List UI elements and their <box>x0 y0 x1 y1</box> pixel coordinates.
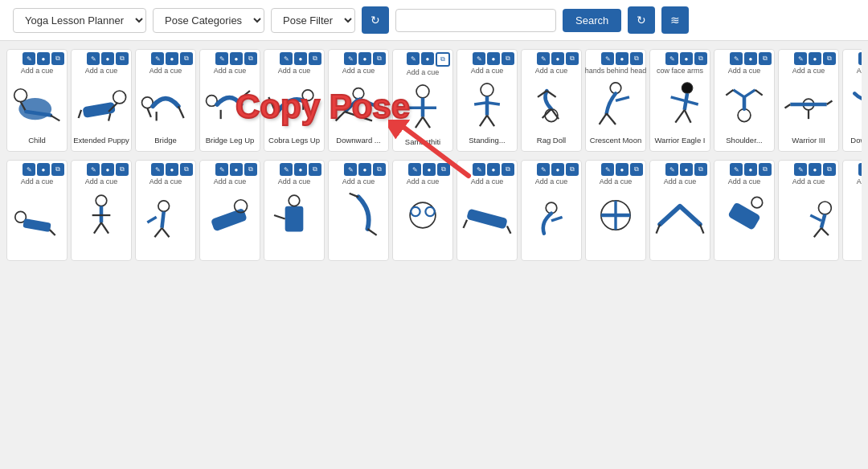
edit-icon-btn[interactable]: ✎ <box>665 52 678 65</box>
eye-icon-btn[interactable]: ● <box>294 52 307 65</box>
edit-icon-btn[interactable]: ✎ <box>280 163 293 176</box>
pose-card-warrior3[interactable]: ✎ ● ⧉ Add a cue Warrior III <box>778 49 839 152</box>
pose-card-r2-11[interactable]: ✎●⧉ Add a cue <box>649 160 710 261</box>
pose-card-r2-6[interactable]: ✎●⧉ Add a cue <box>328 160 389 261</box>
pose-filter-dropdown[interactable]: Pose Filter <box>271 8 355 33</box>
copy-icon-btn[interactable]: ⧉ <box>116 163 129 176</box>
edit-icon-btn[interactable]: ✎ <box>537 52 550 65</box>
edit-icon-btn[interactable]: ✎ <box>87 163 100 176</box>
eye-icon-btn[interactable]: ● <box>680 163 693 176</box>
pose-card-r2-1[interactable]: ✎●⧉ Add a cue <box>6 160 68 261</box>
copy-icon-btn[interactable]: ⧉ <box>244 163 257 176</box>
edit-icon-btn[interactable]: ✎ <box>280 52 293 65</box>
eye-icon-btn[interactable]: ● <box>551 163 564 176</box>
eye-icon-btn[interactable]: ● <box>358 52 371 65</box>
add-cue-label[interactable]: Add a cue <box>342 177 375 186</box>
eye-icon-btn[interactable]: ● <box>616 52 628 65</box>
copy-icon-btn[interactable]: ⧉ <box>630 52 643 65</box>
eye-icon-btn[interactable]: ● <box>680 52 693 65</box>
copy-icon-btn[interactable]: ⧉ <box>437 163 450 176</box>
eye-icon-btn[interactable]: ● <box>616 163 628 176</box>
edit-icon-btn[interactable]: ✎ <box>794 52 807 65</box>
add-cue-label[interactable]: Add a cue <box>214 66 247 75</box>
filter-button[interactable]: ≋ <box>661 6 689 34</box>
pose-card-bridge[interactable]: ✎ ● ⧉ Add a cue Bridge <box>135 49 196 152</box>
eye-icon-btn[interactable]: ● <box>487 163 500 176</box>
copy-icon-btn[interactable]: ⧉ <box>759 163 772 176</box>
edit-icon-btn[interactable]: ✎ <box>344 52 357 65</box>
copy-icon-btn[interactable]: ⧉ <box>694 163 707 176</box>
pose-card-extended-puppy[interactable]: ✎ ● ⧉ Add a cue Extended Puppy <box>71 49 132 152</box>
pose-card-r2-2[interactable]: ✎●⧉ Add a cue <box>71 160 132 261</box>
eye-icon-btn[interactable]: ● <box>294 163 307 176</box>
edit-icon-btn[interactable]: ✎ <box>215 163 228 176</box>
add-cue-label[interactable]: Add a cue <box>471 177 504 186</box>
add-cue-label[interactable]: Add a cue <box>535 66 568 75</box>
pose-card-r2-4[interactable]: ✎●⧉ Add a cue <box>199 160 260 261</box>
eye-icon-btn[interactable]: ● <box>809 52 821 65</box>
copy-icon-btn[interactable]: ⧉ <box>116 52 129 65</box>
lesson-planner-dropdown[interactable]: Yoga Lesson Planner <box>13 8 146 33</box>
search-button[interactable]: Search <box>563 9 621 32</box>
add-cue-label[interactable]: Add a cue <box>728 177 761 186</box>
eye-icon-btn[interactable]: ● <box>551 52 564 65</box>
edit-icon-btn[interactable]: ✎ <box>87 52 100 65</box>
edit-icon-btn[interactable]: ✎ <box>473 52 485 65</box>
add-cue-label[interactable]: Add a cue <box>857 177 862 186</box>
pose-card-r2-5[interactable]: ✎●⧉ Add a cue <box>264 160 325 261</box>
edit-icon-btn[interactable]: ✎ <box>408 163 421 176</box>
refresh-left-button[interactable]: ↻ <box>362 6 389 34</box>
edit-icon-btn[interactable]: ✎ <box>473 163 485 176</box>
eye-icon-btn[interactable]: ● <box>487 52 500 65</box>
pose-card-child[interactable]: ✎ ● ⧉ Add a cue Child <box>6 49 68 152</box>
copy-icon-btn[interactable]: ⧉ <box>309 163 321 176</box>
copy-icon-btn[interactable]: ⧉ <box>373 52 386 65</box>
add-cue-label[interactable]: Add a cue <box>407 177 440 186</box>
pose-card-r2-13[interactable]: ✎●⧉ Add a cue <box>778 160 839 261</box>
pose-card-r2-14[interactable]: ✎●⧉ Add a cue <box>842 160 862 261</box>
add-cue-label[interactable]: Add a cue <box>85 177 118 186</box>
add-cue-label[interactable]: Add a cue <box>278 177 311 186</box>
pose-card-shoulder[interactable]: ✎ ● ⧉ Add a cue Shoulder... <box>714 49 775 152</box>
eye-icon-btn[interactable]: ● <box>101 52 114 65</box>
eye-icon-btn[interactable]: ● <box>230 163 243 176</box>
copy-icon-btn[interactable]: ⧉ <box>309 52 321 65</box>
pose-card-r2-8[interactable]: ✎●⧉ Add a cue <box>457 160 518 261</box>
edit-icon-btn[interactable]: ✎ <box>730 163 743 176</box>
edit-icon-btn[interactable]: ✎ <box>537 163 550 176</box>
eye-icon-btn[interactable]: ● <box>37 52 50 65</box>
search-input[interactable] <box>395 9 556 32</box>
edit-icon-btn[interactable]: ✎ <box>23 163 35 176</box>
add-cue-label[interactable]: Add a cue <box>535 177 568 186</box>
copy-icon-btn[interactable]: ⧉ <box>244 52 257 65</box>
copy-icon-btn-highlighted[interactable]: ⧉ <box>436 52 450 67</box>
edit-icon-btn[interactable]: ✎ <box>601 163 614 176</box>
pose-card-downward2[interactable]: ✎ ● ⧉ Add a cue Downward ... <box>842 49 862 152</box>
eye-icon-btn[interactable]: ● <box>166 52 178 65</box>
edit-icon-btn[interactable]: ✎ <box>601 52 614 65</box>
copy-icon-btn[interactable]: ⧉ <box>630 163 643 176</box>
edit-icon-btn[interactable]: ✎ <box>665 163 678 176</box>
pose-card-standing[interactable]: ✎ ● ⧉ Add a cue Standing... <box>457 49 518 152</box>
pose-card-downward[interactable]: ✎ ● ⧉ Add a cue Downward ... <box>328 49 389 152</box>
eye-icon-btn[interactable]: ● <box>358 163 371 176</box>
add-cue-label[interactable]: Add a cue <box>857 66 862 75</box>
edit-icon-btn[interactable]: ✎ <box>858 163 862 176</box>
pose-card-r2-7[interactable]: ✎●⧉ Add a cue <box>392 160 453 261</box>
pose-card-r2-9[interactable]: ✎●⧉ Add a cue <box>521 160 582 261</box>
pose-card-r2-10[interactable]: ✎●⧉ Add a cue <box>585 160 646 261</box>
add-cue-label[interactable]: Add a cue <box>792 66 825 75</box>
pose-card-r2-3[interactable]: ✎●⧉ Add a cue <box>135 160 196 261</box>
eye-icon-btn[interactable]: ● <box>423 163 436 176</box>
eye-icon-btn[interactable]: ● <box>166 163 178 176</box>
copy-icon-btn[interactable]: ⧉ <box>51 52 64 65</box>
copy-icon-btn[interactable]: ⧉ <box>180 52 193 65</box>
eye-icon-btn[interactable]: ● <box>37 163 50 176</box>
eye-icon-btn[interactable]: ● <box>101 163 114 176</box>
add-cue-label[interactable]: Add a cue <box>471 66 504 75</box>
add-cue-label[interactable]: Add a cue <box>792 177 825 186</box>
add-cue-label[interactable]: Add a cue <box>342 66 375 75</box>
add-cue-label[interactable]: Add a cue <box>21 177 54 186</box>
add-cue-label[interactable]: Add a cue <box>214 177 247 186</box>
edit-icon-btn[interactable]: ✎ <box>794 163 807 176</box>
